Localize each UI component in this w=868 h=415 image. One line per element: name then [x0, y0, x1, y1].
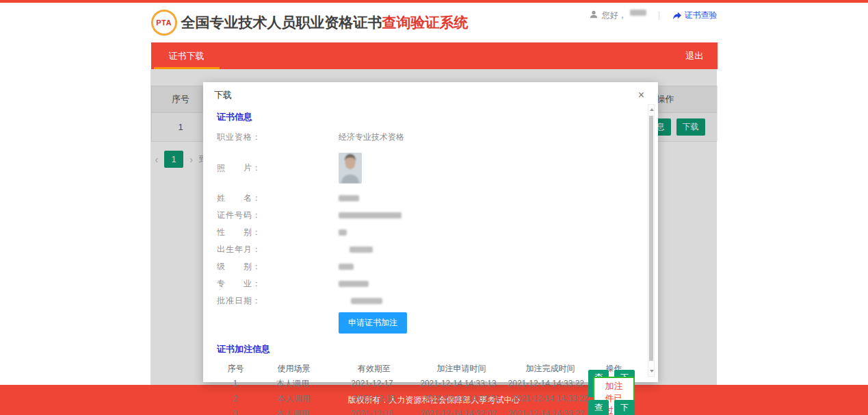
ann-row1-done-time: 2021-12-14 14:33:22	[504, 379, 588, 388]
field-level-label: 级 别：	[217, 261, 339, 273]
cert-verify-label: 证书查验	[685, 10, 718, 21]
tab-cert-download-label: 证书下载	[169, 50, 205, 62]
field-major-label: 专 业：	[217, 278, 339, 290]
ann-row2-apply-time: 2021-12-14 14:32:21	[415, 394, 508, 403]
field-level-redacted	[339, 264, 354, 270]
scroll-up-icon[interactable]	[650, 108, 654, 111]
greeting-text: 您好，	[602, 10, 627, 21]
field-occupation-label: 职业资格：	[217, 131, 339, 143]
annotation-row: 1 本人调用 2021-12-17 2021-12-14 14:33:13 20…	[217, 376, 635, 391]
cert-verify-link[interactable]: 证书查验	[672, 10, 718, 21]
logout-label: 退出	[686, 50, 704, 62]
ann-row2-no: 2	[217, 394, 254, 403]
divider: ｜	[655, 10, 663, 21]
field-level: 级 别：	[217, 261, 635, 273]
page-title-accent: 查询验证系统	[382, 14, 469, 30]
pta-logo: PTA	[151, 10, 177, 36]
forward-arrow-icon	[672, 12, 682, 20]
field-approve-date: 批准日期：	[217, 295, 635, 307]
field-occupation: 职业资格： 经济专业技术资格	[217, 131, 635, 143]
apply-annotation-button[interactable]: 申请证书加注	[339, 312, 407, 334]
field-approve-date-redacted	[351, 298, 382, 304]
ann-row3-scene: 本人调用	[254, 408, 332, 415]
ann-row1-valid: 2021-12-17	[332, 379, 412, 388]
field-birth-label: 出生年月：	[217, 244, 339, 255]
cert-fields: 职业资格： 经济专业技术资格 照 片： 姓 名：	[217, 131, 635, 307]
scroll-down-icon[interactable]	[650, 370, 654, 373]
field-name-redacted	[339, 195, 359, 201]
ann-row3-done-time: 2021-12-14 14:33:22	[504, 409, 588, 415]
header: PTA 全国专业技术人员职业资格证书查询验证系统 您好， ｜	[0, 3, 868, 42]
field-occupation-value: 经济专业技术资格	[339, 131, 404, 143]
field-id-number: 证件号码：	[217, 210, 635, 221]
tab-cert-download[interactable]: 证书下载	[151, 42, 222, 69]
scrollbar-thumb[interactable]	[649, 116, 653, 361]
field-gender: 性 别：	[217, 227, 635, 238]
ann-header-done-time: 加注完成时间	[508, 363, 593, 375]
ann-row2-scene: 本人调用	[254, 393, 333, 405]
download-button[interactable]: 下载	[614, 400, 635, 415]
id-photo	[339, 153, 362, 184]
ann-row3-valid: 2021-12-16	[332, 409, 412, 415]
ann-row1-no: 1	[217, 379, 254, 388]
field-birth-redacted	[350, 247, 373, 253]
ann-row3-apply-time: 2021-12-14 14:32:02	[412, 409, 503, 415]
navbar: 证书下载 退出	[0, 42, 868, 69]
annotation-table: 序号 使用场景 有效期至 加注申请时间 加注完成时间 操作 1 本人调用 202…	[217, 361, 635, 415]
field-id-number-redacted	[339, 212, 402, 218]
cert-info-section-title: 证书信息	[217, 111, 635, 123]
download-modal: 下载 × 证书信息 职业资格： 经济专业技术资格 照 片：	[203, 82, 658, 382]
ann-header-scene: 使用场景	[254, 363, 333, 375]
modal-scrollbar[interactable]	[648, 104, 655, 377]
field-major-redacted	[339, 281, 369, 287]
field-name: 姓 名：	[217, 192, 635, 204]
user-icon	[589, 10, 599, 19]
close-icon[interactable]: ×	[635, 89, 647, 101]
pta-logo-text: PTA	[156, 18, 172, 27]
ann-row2-done-time: 2021-12-14 14:33:22	[508, 394, 593, 403]
annotation-row: 2 本人调用 2021-12-15 2021-12-14 14:32:21 20…	[217, 391, 635, 406]
logout-button[interactable]: 退出	[672, 42, 718, 69]
modal-title: 下载	[214, 89, 232, 101]
field-name-label: 姓 名：	[217, 192, 339, 204]
ann-header-no: 序号	[217, 363, 254, 375]
ann-header-valid: 有效期至	[333, 363, 415, 375]
ann-header-apply-time: 加注申请时间	[415, 363, 508, 375]
annotation-row: 3 本人调用 2021-12-16 2021-12-14 14:32:02 20…	[217, 406, 635, 415]
annotation-header-row: 序号 使用场景 有效期至 加注申请时间 加注完成时间 操作	[217, 361, 635, 376]
page-title-main: 全国专业技术人员职业资格证书	[181, 14, 382, 30]
field-photo-label: 照 片：	[217, 162, 339, 174]
field-id-number-label: 证件号码：	[217, 210, 339, 221]
field-photo: 照 片：	[217, 149, 635, 187]
ann-row1-apply-time: 2021-12-14 14:33:13	[412, 379, 503, 388]
field-major: 专 业：	[217, 278, 635, 290]
field-approve-date-label: 批准日期：	[217, 295, 339, 307]
page: PTA 全国专业技术人员职业资格证书查询验证系统 您好， ｜	[0, 0, 868, 415]
ann-row1-scene: 本人调用	[254, 378, 332, 390]
view-button[interactable]: 查看	[588, 400, 609, 415]
field-birth: 出生年月：	[217, 244, 635, 255]
field-gender-redacted	[339, 229, 347, 236]
user-area: 您好， ｜ 证书查验	[589, 3, 718, 42]
ann-row3-no: 3	[217, 409, 254, 415]
annotation-section-title: 证书加注信息	[217, 343, 635, 355]
user-name-redacted	[630, 10, 646, 16]
page-title: 全国专业技术人员职业资格证书查询验证系统	[181, 13, 469, 32]
ann-row2-valid: 2021-12-15	[333, 394, 415, 403]
field-gender-label: 性 别：	[217, 227, 339, 238]
